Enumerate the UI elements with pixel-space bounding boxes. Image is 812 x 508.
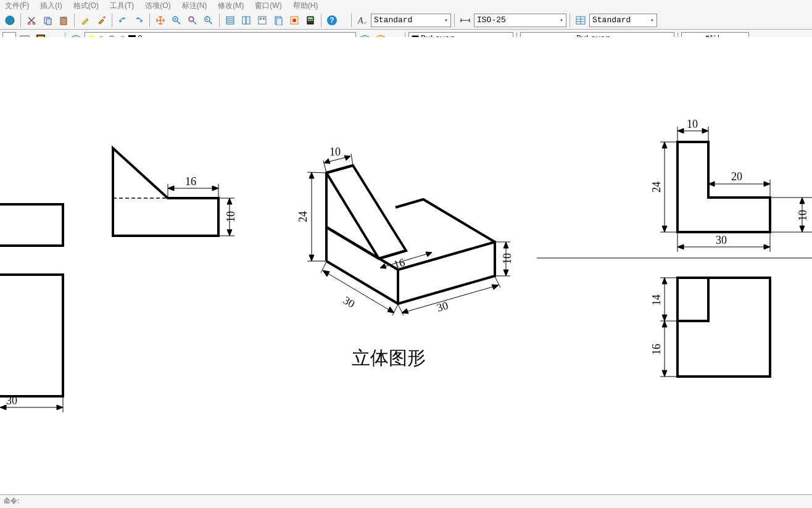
svg-rect-16	[260, 18, 262, 20]
separator	[74, 14, 75, 27]
separator	[351, 14, 352, 27]
svg-marker-65	[309, 172, 314, 178]
properties-icon[interactable]	[223, 13, 238, 28]
dim-iso-16	[380, 252, 432, 269]
dim-text: 30	[6, 394, 17, 407]
dim-text: 30	[716, 234, 727, 246]
svg-marker-79	[492, 285, 499, 289]
status-text: 命令:	[4, 497, 19, 504]
drawing-label: 立体图形	[352, 348, 426, 368]
svg-marker-89	[702, 128, 708, 133]
menu-item[interactable]: 选项(O)	[145, 1, 170, 11]
copy-icon[interactable]	[40, 13, 55, 28]
svg-marker-104	[800, 226, 805, 232]
chevron-down-icon: ▾	[650, 17, 654, 24]
chevron-down-icon: ▾	[444, 17, 448, 24]
dim-text: 10	[687, 118, 698, 130]
svg-rect-14	[246, 17, 250, 24]
svg-point-21	[292, 19, 296, 22]
dim-text: 20	[731, 170, 742, 183]
markup-icon[interactable]	[287, 13, 302, 28]
globe-icon[interactable]	[2, 13, 17, 28]
undo-icon[interactable]	[115, 13, 130, 28]
dim-text: 16	[185, 175, 196, 188]
svg-line-72	[392, 304, 398, 315]
menu-bar[interactable]: 文件(F) 插入(I) 格式(O) 工具(T) 选项(O) 标注(N) 修改(M…	[0, 0, 812, 11]
svg-point-7	[104, 16, 106, 18]
sheet-set-icon[interactable]	[271, 13, 286, 28]
zoom-window-icon[interactable]	[185, 13, 200, 28]
svg-marker-61	[344, 156, 350, 160]
cut-icon[interactable]	[24, 13, 39, 28]
dim-iso-30l	[321, 262, 398, 315]
drawing-canvas[interactable]: 30 16 10	[0, 37, 812, 494]
paste-icon[interactable]	[56, 13, 71, 28]
left-partial-top-view	[0, 204, 63, 246]
svg-marker-48	[168, 186, 174, 191]
svg-rect-13	[242, 17, 246, 24]
separator	[20, 14, 21, 27]
menu-item[interactable]: 工具(T)	[110, 1, 134, 11]
isometric-shape	[326, 165, 495, 304]
menu-item[interactable]: 标注(N)	[182, 1, 207, 11]
menu-item[interactable]: 插入(I)	[40, 1, 62, 11]
svg-rect-25	[310, 20, 311, 21]
quickcalc-icon[interactable]	[303, 13, 318, 28]
svg-marker-119	[662, 321, 667, 327]
svg-marker-54	[227, 230, 232, 236]
zoom-realtime-icon[interactable]	[169, 13, 184, 28]
pan-icon[interactable]	[153, 13, 168, 28]
text-style-value: Standard	[374, 15, 412, 25]
text-style-dropdown[interactable]: Standard ▾	[371, 14, 451, 27]
dim-text: 16	[650, 344, 663, 355]
svg-rect-10	[189, 17, 193, 21]
menu-item[interactable]: 帮助(H)	[293, 1, 318, 11]
separator	[149, 14, 150, 27]
match-properties-icon[interactable]	[78, 13, 93, 28]
svg-marker-73	[323, 270, 329, 277]
menu-item[interactable]: 窗口(W)	[255, 1, 281, 11]
main-toolbar: ? A Standard ▾ ISO-25 ▾ Standard ▾	[0, 11, 812, 30]
help-icon[interactable]: ?	[325, 13, 339, 28]
svg-marker-53	[227, 198, 232, 204]
brush-icon[interactable]	[94, 13, 109, 28]
svg-marker-42	[57, 405, 63, 410]
svg-rect-17	[263, 18, 265, 20]
design-center-icon[interactable]	[239, 13, 254, 28]
separator	[454, 14, 455, 27]
dim-text: 24	[297, 211, 309, 222]
separator	[570, 14, 570, 27]
svg-marker-84	[503, 270, 508, 276]
svg-marker-103	[800, 198, 805, 204]
svg-marker-116	[662, 315, 667, 321]
redo-icon[interactable]	[131, 13, 146, 28]
svg-marker-109	[764, 244, 770, 249]
dim-style-icon[interactable]	[458, 13, 473, 28]
dim-text: 10	[501, 253, 513, 264]
svg-marker-69	[426, 252, 432, 257]
svg-text:A: A	[357, 16, 363, 25]
svg-rect-23	[308, 17, 313, 19]
dim-text: 30	[341, 294, 357, 310]
menu-item[interactable]: 文件(F)	[5, 1, 29, 11]
table-style-icon[interactable]	[573, 13, 588, 28]
svg-rect-111	[675, 275, 780, 383]
menu-item[interactable]: 格式(O)	[73, 1, 99, 11]
dim-iso-24	[307, 172, 326, 261]
svg-marker-49	[212, 186, 218, 191]
svg-marker-78	[402, 309, 408, 314]
svg-marker-94	[764, 181, 770, 186]
dim-text: 30	[436, 299, 450, 314]
text-style-icon[interactable]: A	[355, 13, 370, 28]
svg-text:?: ?	[329, 16, 334, 25]
zoom-previous-icon[interactable]	[201, 13, 216, 28]
svg-line-55	[406, 199, 423, 251]
table-style-dropdown[interactable]: Standard ▾	[589, 14, 657, 27]
menu-item[interactable]: 修改(M)	[218, 1, 244, 11]
svg-marker-60	[324, 159, 330, 164]
svg-marker-88	[677, 128, 684, 133]
tool-palette-icon[interactable]	[255, 13, 270, 28]
svg-marker-68	[380, 264, 386, 269]
svg-marker-115	[662, 278, 667, 284]
dim-style-dropdown[interactable]: ISO-25 ▾	[474, 14, 566, 27]
